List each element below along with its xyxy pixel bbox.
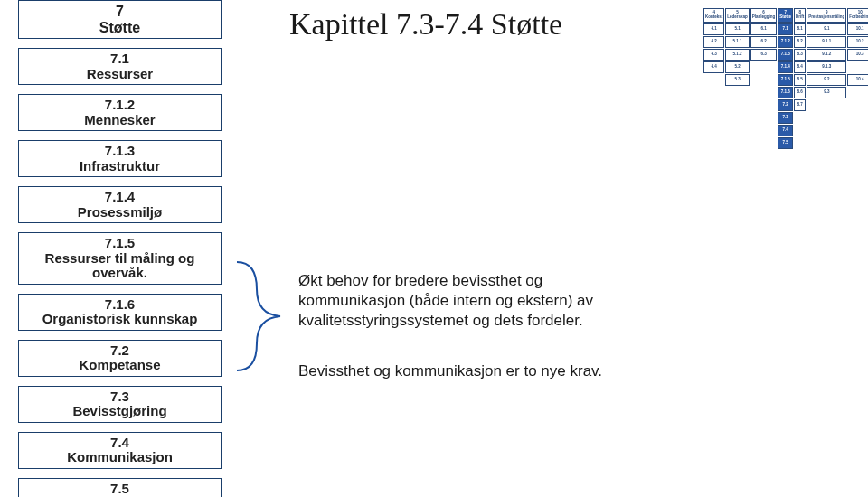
mini-cell-4-3: 4.3 bbox=[703, 49, 724, 61]
mini-header-7: 7Støtte bbox=[778, 8, 793, 23]
mini-cell-9-1: 9.1 bbox=[807, 23, 846, 35]
nav-box-7-2[interactable]: 7.2Kompetanse bbox=[18, 340, 222, 377]
mini-cell-6-1: 6.1 bbox=[750, 23, 778, 35]
mini-cell-8-7: 8.7 bbox=[794, 99, 806, 111]
body-paragraph-2: Bevissthet og kommunikasjon er to nye kr… bbox=[298, 361, 642, 381]
nav-box-label: Støtte bbox=[99, 20, 140, 36]
mini-cell-7-1-2: 7.1.2 bbox=[778, 36, 793, 48]
mini-cell-7-1-6: 7.1.6 bbox=[778, 87, 793, 98]
mini-header-10: 10Forbedring bbox=[847, 8, 868, 23]
nav-box-number: 7.5 bbox=[110, 482, 129, 497]
nav-box-number: 7.1.6 bbox=[105, 297, 135, 313]
mini-cell-10-2: 10.2 bbox=[847, 36, 868, 48]
nav-box-label: Ressurser bbox=[87, 67, 153, 82]
mini-cell-7-1-4: 7.1.4 bbox=[778, 61, 793, 73]
mini-cell-8-6: 8.6 bbox=[794, 87, 806, 98]
mini-cell-6-3: 6.3 bbox=[750, 49, 778, 61]
nav-box-7[interactable]: 7Støtte bbox=[18, 0, 222, 39]
nav-box-7-5[interactable]: 7.5Dokumentert informasjon bbox=[18, 478, 222, 497]
mini-cell-9-2: 9.2 bbox=[807, 74, 846, 86]
nav-box-7-1-3[interactable]: 7.1.3Infrastruktur bbox=[18, 140, 222, 177]
mini-cell-9-3: 9.3 bbox=[807, 87, 846, 98]
mini-header-5: 5Lederskap bbox=[725, 8, 750, 23]
nav-box-number: 7.1.5 bbox=[105, 236, 135, 251]
brace-icon bbox=[237, 262, 287, 370]
mini-cell-10-3: 10.3 bbox=[847, 49, 868, 61]
mini-cell-9-1-3: 9.1.3 bbox=[807, 61, 846, 73]
mini-cell-8-3: 8.3 bbox=[794, 49, 806, 61]
nav-box-7-1-6[interactable]: 7.1.6Organistorisk kunnskap bbox=[18, 294, 222, 331]
nav-box-number: 7.3 bbox=[110, 389, 129, 405]
mini-cell-9-1-2: 9.1.2 bbox=[807, 49, 846, 61]
nav-box-label: Organistorisk kunnskap bbox=[42, 312, 198, 327]
nav-box-7-4[interactable]: 7.4Kommunikasjon bbox=[18, 432, 222, 469]
mini-cell-7-4: 7.4 bbox=[778, 125, 793, 136]
mini-cell-10-1: 10.1 bbox=[847, 23, 868, 35]
mini-cell-5-1-1: 5.1.1 bbox=[725, 36, 750, 48]
nav-box-label: Kompetanse bbox=[79, 358, 160, 373]
mini-cell-7-1: 7.1 bbox=[778, 23, 793, 35]
mini-overview-matrix: 4Kontekst5Lederskap6Planlegging7Støtte8D… bbox=[703, 7, 852, 150]
nav-box-number: 7.1.2 bbox=[105, 98, 135, 113]
mini-header-9: 9Prestasjonsmåling bbox=[807, 8, 846, 23]
mini-cell-5-1-2: 5.1.2 bbox=[725, 49, 750, 61]
mini-cell-5-1: 5.1 bbox=[725, 23, 750, 35]
nav-box-7-1-5[interactable]: 7.1.5Ressurser til måling og overvåk. bbox=[18, 232, 222, 285]
nav-box-number: 7.1.3 bbox=[105, 144, 135, 159]
mini-cell-9-1-1: 9.1.1 bbox=[807, 36, 846, 48]
mini-header-6: 6Planlegging bbox=[750, 8, 778, 23]
mini-header-8: 8Drift bbox=[794, 8, 806, 23]
nav-box-label: Ressurser til måling og overvåk. bbox=[24, 251, 215, 281]
nav-box-number: 7.2 bbox=[110, 343, 129, 359]
nav-box-label: Mennesker bbox=[84, 113, 155, 128]
nav-box-number: 7.1 bbox=[110, 52, 129, 67]
nav-box-7-1-2[interactable]: 7.1.2Mennesker bbox=[18, 94, 222, 131]
mini-cell-4-1: 4.1 bbox=[703, 23, 724, 35]
mini-cell-7-2: 7.2 bbox=[778, 99, 793, 111]
mini-cell-7-1-5: 7.1.5 bbox=[778, 74, 793, 86]
mini-cell-5-3: 5.3 bbox=[725, 74, 750, 86]
mini-cell-8-4: 8.4 bbox=[794, 61, 806, 73]
mini-cell-8-2: 8.2 bbox=[794, 36, 806, 48]
mini-cell-5-2: 5.2 bbox=[725, 61, 750, 73]
mini-cell-8-1: 8.1 bbox=[794, 23, 806, 35]
left-nav-column: 7Støtte7.1Ressurser7.1.2Mennesker7.1.3In… bbox=[18, 0, 222, 497]
slide-title: Kapittel 7.3-7.4 Støtte bbox=[289, 7, 562, 42]
mini-cell-7-3: 7.3 bbox=[778, 112, 793, 124]
mini-header-4: 4Kontekst bbox=[703, 8, 724, 23]
slide-root: 7Støtte7.1Ressurser7.1.2Mennesker7.1.3In… bbox=[0, 0, 868, 497]
nav-box-label: Bevisstgjøring bbox=[72, 404, 166, 419]
nav-box-number: 7 bbox=[116, 4, 124, 20]
mini-cell-4-4: 4.4 bbox=[703, 61, 724, 73]
mini-cell-4-2: 4.2 bbox=[703, 36, 724, 48]
mini-cell-7-5: 7.5 bbox=[778, 137, 793, 149]
mini-cell-7-1-3: 7.1.3 bbox=[778, 49, 793, 61]
mini-cell-10-4: 10.4 bbox=[847, 74, 868, 86]
nav-box-7-3[interactable]: 7.3Bevisstgjøring bbox=[18, 386, 222, 423]
nav-box-number: 7.4 bbox=[110, 436, 129, 451]
nav-box-7-1[interactable]: 7.1Ressurser bbox=[18, 48, 222, 85]
nav-box-label: Kommunikasjon bbox=[67, 450, 173, 465]
mini-cell-8-5: 8.5 bbox=[794, 74, 806, 86]
nav-box-number: 7.1.4 bbox=[105, 190, 135, 205]
brace-connector bbox=[237, 262, 287, 370]
body-paragraph-1: Økt behov for bredere bevissthet og komm… bbox=[298, 271, 642, 331]
nav-box-7-1-4[interactable]: 7.1.4Prosessmiljø bbox=[18, 186, 222, 223]
nav-box-label: Prosessmiljø bbox=[78, 205, 162, 220]
nav-box-label: Infrastruktur bbox=[80, 159, 160, 174]
mini-cell-6-2: 6.2 bbox=[750, 36, 778, 48]
